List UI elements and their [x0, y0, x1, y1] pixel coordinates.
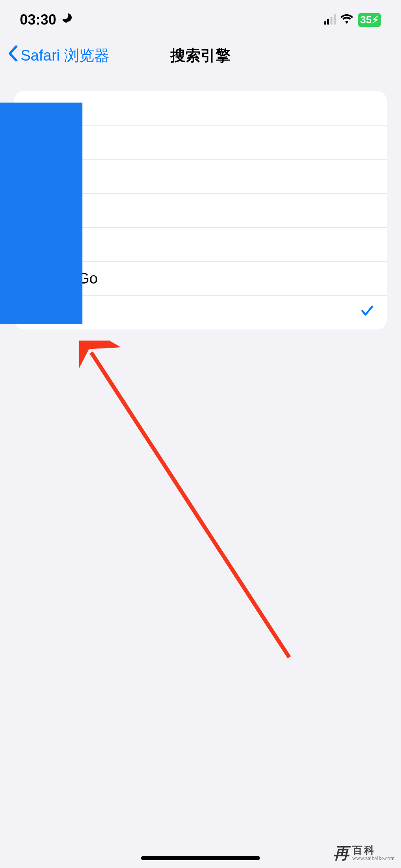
redaction-overlay [0, 103, 82, 324]
battery-percent: 35 [360, 14, 372, 26]
charging-bolt-icon: ⚡︎ [372, 14, 379, 26]
back-button[interactable]: Safari 浏览器 [8, 46, 109, 66]
home-indicator[interactable] [141, 856, 260, 860]
dnd-moon-icon [61, 13, 72, 27]
chevron-left-icon [8, 46, 18, 65]
status-time: 03:30 [20, 11, 56, 28]
svg-line-0 [91, 352, 289, 657]
wifi-icon [340, 13, 353, 27]
watermark-cn: 百科 [352, 845, 395, 856]
annotation-arrow [79, 341, 297, 665]
status-right: 35⚡︎ [324, 13, 381, 27]
cellular-signal-icon [324, 15, 336, 25]
status-left: 03:30 [20, 11, 72, 28]
navigation-bar: Safari 浏览器 搜索引擎 [0, 40, 401, 71]
watermark: 再 百科 www.zaibaike.com [333, 842, 395, 864]
watermark-logo: 再 [333, 842, 349, 864]
status-bar: 03:30 35⚡︎ [0, 0, 401, 40]
watermark-url: www.zaibaike.com [352, 856, 395, 861]
checkmark-icon [360, 303, 375, 322]
page-title: 搜索引擎 [170, 46, 231, 66]
battery-indicator: 35⚡︎ [358, 13, 381, 27]
back-label: Safari 浏览器 [21, 46, 109, 66]
